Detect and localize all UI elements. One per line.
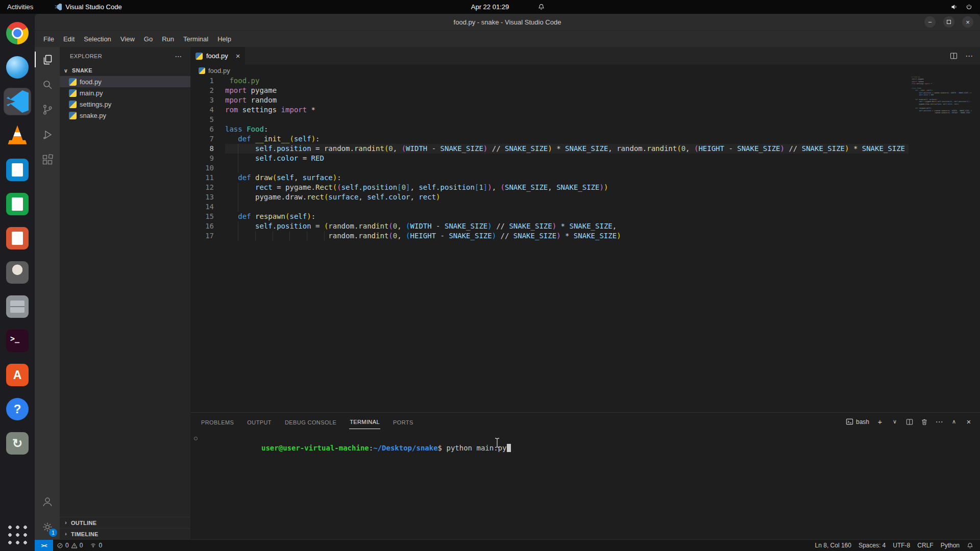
ubuntu-software-icon[interactable]	[4, 362, 31, 388]
vlc-icon[interactable]	[4, 122, 31, 149]
close-button[interactable]: ×	[962, 16, 973, 28]
chrome-icon[interactable]	[4, 20, 31, 46]
split-editor-icon[interactable]	[949, 52, 958, 60]
line-number-4[interactable]: 4	[190, 105, 222, 115]
line-number-5[interactable]: 5	[190, 115, 222, 124]
eol-status[interactable]: CRLF	[914, 542, 937, 549]
code-line-16[interactable]: self.position = (random.randint(0, (WIDT…	[225, 221, 909, 231]
code-viewport[interactable]: # food.pyimport pygameimport randomfrom …	[225, 76, 909, 412]
code-line-5[interactable]	[225, 115, 909, 124]
line-number-14[interactable]: 14	[190, 202, 222, 212]
code-line-8[interactable]: self.position = random.randint(0, (WIDTH…	[225, 144, 909, 154]
terminal[interactable]: user@user-virtual-machine:~/Desktop/snak…	[190, 431, 980, 539]
gimp-icon[interactable]	[4, 259, 31, 286]
titlebar[interactable]: food.py - snake - Visual Studio Code − ×	[35, 14, 980, 31]
code-line-13[interactable]: pygame.draw.rect(surface, self.color, re…	[225, 192, 909, 202]
menu-terminal[interactable]: Terminal	[179, 33, 213, 45]
code-line-11[interactable]: def draw(self, surface):	[225, 173, 909, 183]
panel-tab-output[interactable]: OUTPUT	[247, 415, 272, 429]
file-food.py[interactable]: food.py	[60, 76, 190, 87]
menu-run[interactable]: Run	[157, 33, 179, 45]
problems-status[interactable]: 0 0	[53, 540, 86, 551]
code-line-17[interactable]: random.randint(0, (HEIGHT - SNAKE_SIZE) …	[225, 231, 909, 241]
menu-selection[interactable]: Selection	[79, 33, 115, 45]
system-tray[interactable]	[950, 3, 980, 11]
file-main.py[interactable]: main.py	[60, 87, 190, 98]
lo-writer-icon[interactable]	[4, 157, 31, 183]
extensions-view-button[interactable]	[35, 147, 60, 172]
explorer-view-button[interactable]	[35, 47, 60, 72]
lo-impress-icon[interactable]	[4, 225, 31, 252]
file-snake.py[interactable]: snake.py	[60, 110, 190, 121]
code-area[interactable]: 1234567891011121314151617 # food.pyimpor…	[190, 76, 980, 412]
line-number-15[interactable]: 15	[190, 212, 222, 221]
line-number-2[interactable]: 2	[190, 86, 222, 95]
panel-close-icon[interactable]: ×	[965, 418, 973, 425]
code-line-10[interactable]	[225, 163, 909, 173]
line-number-12[interactable]: 12	[190, 183, 222, 192]
menu-edit[interactable]: Edit	[59, 33, 79, 45]
code-line-15[interactable]: def respawn(self):	[225, 212, 909, 221]
panel-tab-terminal[interactable]: TERMINAL	[349, 414, 380, 429]
menu-view[interactable]: View	[116, 33, 139, 45]
lo-calc-icon[interactable]	[4, 191, 31, 217]
editor-more-actions-icon[interactable]: ⋯	[965, 52, 973, 61]
line-number-13[interactable]: 13	[190, 192, 222, 202]
cursor-position-status[interactable]: Ln 8, Col 160	[812, 542, 855, 549]
clock[interactable]: Apr 22 01:29	[471, 3, 509, 11]
code-line-9[interactable]: self.color = RED	[225, 154, 909, 163]
browser-icon[interactable]	[4, 54, 31, 81]
line-number-8[interactable]: 8	[190, 144, 222, 154]
focused-app-indicator[interactable]: Visual Studio Code	[55, 3, 121, 11]
line-number-7[interactable]: 7	[190, 134, 222, 144]
code-line-3[interactable]: import random	[225, 95, 909, 105]
breadcrumb-item[interactable]: food.py	[208, 67, 230, 74]
code-line-6[interactable]: class Food:	[225, 124, 909, 134]
code-line-12[interactable]: rect = pygame.Rect((self.position[0], se…	[225, 183, 909, 192]
code-line-14[interactable]	[225, 202, 909, 212]
panel-more-actions-icon[interactable]: ⋯	[935, 418, 943, 425]
line-number-16[interactable]: 16	[190, 221, 222, 231]
new-terminal-button[interactable]: +	[876, 418, 884, 425]
settings-button[interactable]: 1	[35, 514, 60, 539]
maximize-button[interactable]	[943, 16, 954, 28]
line-number-11[interactable]: 11	[190, 173, 222, 183]
encoding-status[interactable]: UTF-8	[889, 542, 914, 549]
line-number-10[interactable]: 10	[190, 163, 222, 173]
file-settings.py[interactable]: settings.py	[60, 98, 190, 110]
accounts-button[interactable]	[35, 489, 60, 514]
kill-terminal-button[interactable]	[920, 418, 928, 426]
minimap[interactable]: # food.pyimport pygameimport randomfrom …	[912, 76, 972, 412]
help-icon[interactable]	[4, 396, 31, 422]
search-view-button[interactable]	[35, 72, 60, 97]
notifications-button[interactable]	[963, 542, 977, 549]
command-decoration-icon[interactable]	[194, 437, 198, 440]
code-line-1[interactable]: # food.py	[225, 76, 909, 86]
menu-file[interactable]: File	[39, 33, 59, 45]
line-number-17[interactable]: 17	[190, 231, 222, 241]
timeline-section[interactable]: › TIMELINE	[60, 528, 190, 539]
ports-status[interactable]: 0	[86, 540, 106, 551]
menu-go[interactable]: Go	[139, 33, 157, 45]
outline-section[interactable]: › OUTLINE	[60, 517, 190, 528]
panel-tab-ports[interactable]: PORTS	[393, 415, 414, 429]
show-apps-icon[interactable]	[4, 521, 31, 548]
code-line-2[interactable]: import pygame	[225, 86, 909, 95]
panel-maximize-chevron-icon[interactable]: ∧	[950, 419, 958, 424]
terminal-dropdown-chevron-icon[interactable]: ∨	[891, 419, 899, 424]
panel-tab-debug-console[interactable]: DEBUG CONSOLE	[284, 415, 337, 429]
code-line-7[interactable]: def __init__(self):	[225, 134, 909, 144]
panel-tab-problems[interactable]: PROBLEMS	[201, 415, 234, 429]
line-number-9[interactable]: 9	[190, 154, 222, 163]
explorer-more-actions-icon[interactable]: ⋯	[175, 52, 182, 60]
folder-section-snake[interactable]: ∨ SNAKE	[60, 65, 190, 76]
line-number-3[interactable]: 3	[190, 95, 222, 105]
tab-close-icon[interactable]: ×	[236, 52, 240, 60]
remote-indicator[interactable]: ><	[35, 540, 53, 551]
minimize-button[interactable]: −	[924, 16, 936, 28]
code-line-4[interactable]: from settings import *	[225, 105, 909, 115]
vscode-icon[interactable]	[4, 88, 31, 115]
terminal-profile-selector[interactable]: bash	[846, 418, 869, 425]
language-status[interactable]: Python	[937, 542, 963, 549]
indentation-status[interactable]: Spaces: 4	[855, 542, 889, 549]
